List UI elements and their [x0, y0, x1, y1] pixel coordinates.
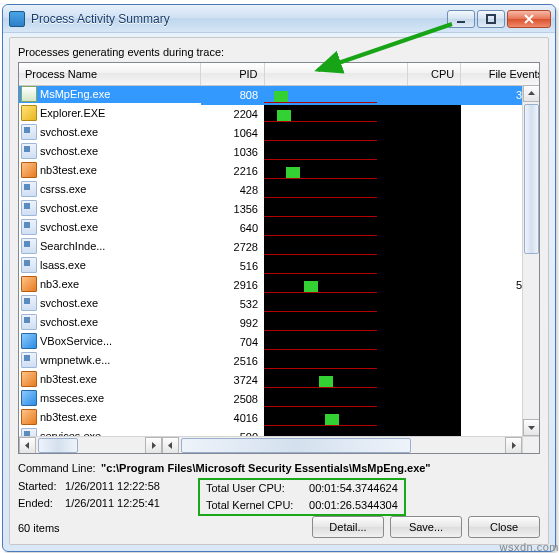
- cpu-cell: [407, 105, 460, 124]
- svg-rect-171: [264, 311, 377, 312]
- process-icon: [21, 143, 37, 159]
- cpu-graph-cell: [264, 333, 407, 352]
- total-kernel-cpu-value: 00:01:26.5344304: [309, 499, 398, 511]
- svg-rect-186: [264, 330, 377, 331]
- pid-cell: 808: [201, 85, 264, 105]
- close-button-dialog[interactable]: Close: [468, 516, 540, 538]
- pid-cell: 1064: [201, 124, 264, 143]
- table-row[interactable]: svchost.exe6400: [19, 219, 540, 238]
- hscrollbar-left[interactable]: [19, 436, 162, 453]
- pid-cell: 4016: [201, 409, 264, 428]
- svg-rect-1: [487, 15, 495, 23]
- cpu-graph-cell: [264, 276, 407, 295]
- table-row[interactable]: svchost.exe99220: [19, 314, 540, 333]
- table-row[interactable]: svchost.exe13569: [19, 200, 540, 219]
- col-process-name[interactable]: Process Name: [19, 63, 201, 85]
- total-user-cpu-value: 00:01:54.3744624: [309, 482, 398, 494]
- svg-rect-155: [264, 292, 377, 293]
- process-name: svchost.exe: [40, 202, 98, 214]
- process-listview[interactable]: Process Name PID CPU File Events File Ev…: [18, 62, 540, 454]
- col-cpu[interactable]: CPU: [407, 63, 460, 85]
- table-row[interactable]: csrss.exe428105: [19, 181, 540, 200]
- cpu-cell: [407, 314, 460, 333]
- col-pid[interactable]: PID: [201, 63, 264, 85]
- cpu-cell: [407, 257, 460, 276]
- started-value: 1/26/2011 12:22:58: [65, 480, 160, 492]
- ended-value: 1/26/2011 12:25:41: [65, 497, 160, 509]
- hscrollbar-right[interactable]: [162, 436, 522, 453]
- pid-cell: 428: [201, 181, 264, 200]
- process-icon: [21, 333, 37, 349]
- scroll-left-icon[interactable]: [19, 437, 36, 454]
- svg-rect-201: [264, 349, 377, 350]
- process-name: svchost.exe: [40, 221, 98, 233]
- cpu-cell: [407, 333, 460, 352]
- pid-cell: 2516: [201, 352, 264, 371]
- scroll-right-icon[interactable]: [145, 437, 162, 454]
- process-name: svchost.exe: [40, 316, 98, 328]
- scrollbar-corner: [522, 436, 539, 453]
- process-icon: [21, 371, 37, 387]
- pid-cell: 1036: [201, 143, 264, 162]
- vscrollbar[interactable]: [522, 85, 539, 436]
- process-icon: [21, 124, 37, 140]
- scroll-right-icon[interactable]: [505, 437, 522, 454]
- titlebar[interactable]: Process Activity Summary: [3, 5, 555, 33]
- process-icon: [21, 86, 37, 102]
- cpu-cell: [407, 276, 460, 295]
- cpu-graph-cell: [264, 257, 407, 276]
- cpu-graph-cell: [264, 295, 407, 314]
- table-row[interactable]: nb3test.exe4016111: [19, 409, 540, 428]
- cpu-cell: [407, 295, 460, 314]
- cpu-cell: [407, 200, 460, 219]
- cpu-graph-cell: [264, 200, 407, 219]
- pid-cell: 2508: [201, 390, 264, 409]
- table-row[interactable]: nb3.exe29165,230: [19, 276, 540, 295]
- table-row[interactable]: wmpnetwk.e...251669: [19, 352, 540, 371]
- cpu-graph-cell: [264, 371, 407, 390]
- svg-rect-2: [264, 102, 377, 103]
- table-row[interactable]: nb3test.exe372411: [19, 371, 540, 390]
- close-button[interactable]: [507, 10, 551, 28]
- save-button[interactable]: Save...: [390, 516, 462, 538]
- maximize-button[interactable]: [477, 10, 505, 28]
- table-row[interactable]: lsass.exe51610: [19, 257, 540, 276]
- command-line-row: Command Line: "c:\Program Files\Microsof…: [18, 462, 540, 474]
- cpu-cell: [407, 238, 460, 257]
- table-row[interactable]: nb3test.exe2216111: [19, 162, 540, 181]
- table-row[interactable]: MsMpEng.exe8083,087: [19, 85, 540, 105]
- scroll-thumb[interactable]: [181, 438, 411, 453]
- table-row[interactable]: VBoxService...7040: [19, 333, 540, 352]
- svg-rect-34: [264, 140, 377, 141]
- table-row[interactable]: msseces.exe25080: [19, 390, 540, 409]
- detail-button[interactable]: Detail...: [312, 516, 384, 538]
- process-icon: [21, 390, 37, 406]
- cpu-graph-cell: [264, 352, 407, 371]
- process-name: nb3test.exe: [40, 164, 97, 176]
- svg-rect-232: [319, 376, 333, 387]
- items-count: 60 items: [18, 522, 60, 534]
- table-row[interactable]: SearchInde...2728483: [19, 238, 540, 257]
- svg-rect-125: [264, 254, 377, 255]
- process-icon: [21, 238, 37, 254]
- cpu-graph-cell: [264, 124, 407, 143]
- cpu-totals-box: Total User CPU: 00:01:54.3744624 Total K…: [198, 478, 406, 516]
- table-row[interactable]: svchost.exe53260: [19, 295, 540, 314]
- table-row[interactable]: Explorer.EXE2204983: [19, 105, 540, 124]
- table-row[interactable]: svchost.exe1036116: [19, 143, 540, 162]
- col-file-events[interactable]: File Events: [461, 63, 540, 85]
- minimize-button[interactable]: [447, 10, 475, 28]
- process-name: VBoxService...: [40, 335, 112, 347]
- pid-cell: 2204: [201, 105, 264, 124]
- process-name: lsass.exe: [40, 259, 86, 271]
- scroll-left-icon[interactable]: [162, 437, 179, 454]
- scroll-up-icon[interactable]: [523, 85, 540, 102]
- scroll-thumb[interactable]: [524, 104, 539, 254]
- col-cpu-graph[interactable]: [264, 63, 407, 85]
- scroll-thumb[interactable]: [38, 438, 78, 453]
- process-name: nb3test.exe: [40, 411, 97, 423]
- process-icon: [21, 257, 37, 273]
- scroll-down-icon[interactable]: [523, 419, 540, 436]
- table-row[interactable]: svchost.exe1064497: [19, 124, 540, 143]
- svg-rect-263: [325, 414, 339, 425]
